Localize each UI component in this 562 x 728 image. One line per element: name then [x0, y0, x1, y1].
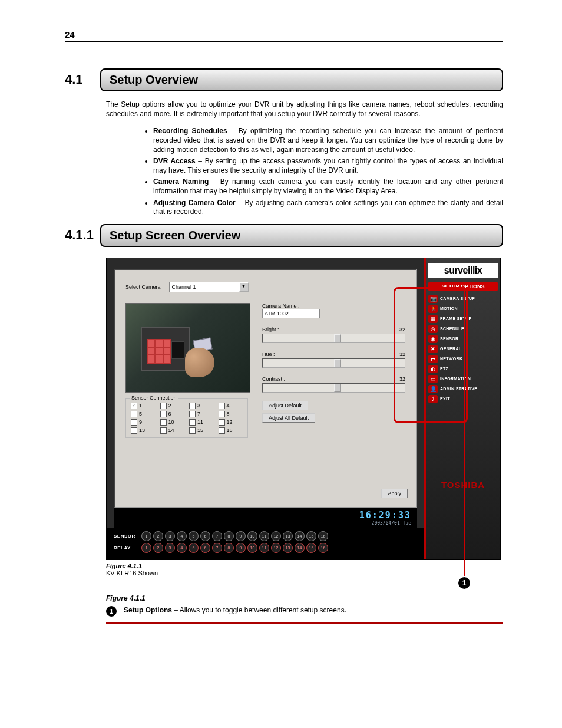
divider [106, 622, 503, 624]
sensor-checkbox-11[interactable]: 11 [189, 419, 214, 426]
adjust-all-default-button[interactable]: Adjust All Default [262, 413, 315, 423]
sensor-checkbox-6[interactable]: 6 [160, 411, 185, 417]
io-indicator-13[interactable]: 13 [283, 531, 293, 541]
io-indicator-3[interactable]: 3 [165, 543, 175, 553]
sensor-checkbox-1[interactable]: ✓1 [131, 403, 156, 409]
io-indicator-6[interactable]: 6 [200, 531, 210, 541]
figure-ref: Figure 4.1.1 [106, 594, 503, 602]
sensor-checkbox-7[interactable]: 7 [189, 411, 214, 417]
sensor-checkbox-5[interactable]: 5 [131, 411, 156, 417]
camera-name-label: Camera Name : [262, 303, 405, 309]
io-indicator-16[interactable]: 16 [318, 531, 328, 541]
io-indicator-7[interactable]: 7 [212, 543, 222, 553]
sensor-checkbox-10[interactable]: 10 [160, 419, 185, 426]
sensor-checkbox-2[interactable]: 2 [160, 403, 185, 409]
sensor-checkbox-15[interactable]: 15 [189, 427, 214, 434]
io-indicator-12[interactable]: 12 [271, 531, 281, 541]
io-indicator-9[interactable]: 9 [236, 543, 246, 553]
io-indicator-5[interactable]: 5 [189, 531, 199, 541]
io-indicator-3[interactable]: 3 [165, 531, 175, 541]
sensor-checkbox-13[interactable]: 13 [131, 427, 156, 434]
io-indicator-16[interactable]: 16 [318, 543, 328, 553]
io-indicator-14[interactable]: 14 [295, 543, 305, 553]
io-indicator-10[interactable]: 10 [247, 543, 257, 553]
section-number: 4.1 [65, 68, 100, 91]
sensor-checkbox-9[interactable]: 9 [131, 419, 156, 426]
io-indicator-8[interactable]: 8 [224, 543, 234, 553]
io-indicator-2[interactable]: 2 [153, 531, 163, 541]
callout-line: 1 [464, 287, 465, 576]
relay-row: RELAY12345678910111213141516 [114, 543, 417, 553]
contrast-slider[interactable] [262, 383, 405, 393]
sensor-group-title: Sensor Connection [130, 395, 178, 401]
sensor-checkbox-3[interactable]: 3 [189, 403, 214, 409]
bright-label: Bright : [262, 327, 279, 332]
surveillix-logo: surveillix [428, 263, 498, 278]
io-indicator-15[interactable]: 15 [306, 543, 316, 553]
io-indicator-7[interactable]: 7 [212, 531, 222, 541]
note-number-icon: 1 [106, 606, 117, 617]
io-indicator-11[interactable]: 11 [259, 543, 269, 553]
sensor-checkbox-14[interactable]: 14 [160, 427, 185, 434]
io-indicator-8[interactable]: 8 [224, 531, 234, 541]
sensor-checkbox-8[interactable]: 8 [219, 411, 243, 417]
intro-text: The Setup options allow you to optimize … [106, 100, 503, 118]
io-indicator-14[interactable]: 14 [295, 531, 305, 541]
io-indicator-4[interactable]: 4 [177, 543, 187, 553]
sensor-checkbox-4[interactable]: 4 [219, 403, 243, 409]
io-indicator-2[interactable]: 2 [153, 543, 163, 553]
io-indicator-6[interactable]: 6 [200, 543, 210, 553]
sensor-connection-group: Sensor Connection ✓123456789101112131415… [125, 398, 248, 438]
figure-note: 1 Setup Options – Allows you to toggle b… [106, 606, 503, 617]
sensor-row: SENSOR12345678910111213141516 [114, 531, 417, 541]
camera-name-input[interactable] [262, 309, 320, 318]
bright-slider[interactable] [262, 334, 405, 343]
hue-label: Hue : [262, 351, 275, 357]
io-indicator-5[interactable]: 5 [189, 543, 199, 553]
io-indicator-13[interactable]: 13 [283, 543, 293, 553]
hue-slider[interactable] [262, 358, 405, 368]
section-4-1-1: 4.1.1 Setup Screen Overview [65, 224, 503, 247]
bullet-list: Recording Schedules – By optimizing the … [130, 127, 503, 216]
chevron-down-icon[interactable]: ▼ [239, 282, 249, 292]
callout-number: 1 [458, 577, 470, 589]
io-indicator-9[interactable]: 9 [236, 531, 246, 541]
page-number: 24 [65, 29, 503, 42]
io-indicator-15[interactable]: 15 [306, 531, 316, 541]
io-indicator-11[interactable]: 11 [259, 531, 269, 541]
io-indicator-12[interactable]: 12 [271, 543, 281, 553]
select-camera-dropdown[interactable]: Channel 1▼ [169, 282, 249, 292]
io-indicator-4[interactable]: 4 [177, 531, 187, 541]
figure-caption: Figure 4.1.1KV-KLR16 Shown [106, 562, 501, 577]
sensor-checkbox-16[interactable]: 16 [219, 427, 243, 434]
section-4-1: 4.1 Setup Overview [65, 68, 503, 91]
section-title: Setup Overview [100, 68, 503, 91]
toshiba-brand: TOSHIBA [428, 480, 498, 490]
sensor-checkbox-12[interactable]: 12 [219, 419, 243, 426]
select-camera-label: Select Camera [125, 284, 161, 290]
camera-preview [125, 303, 250, 393]
figure-wrapper: 1 Select Camera Channel 1▼ Sensor Connec… [106, 258, 501, 577]
contrast-label: Contrast : [262, 376, 285, 382]
section-number: 4.1.1 [65, 224, 100, 247]
io-indicator-1[interactable]: 1 [141, 531, 151, 541]
adjust-default-button[interactable]: Adjust Default [262, 401, 308, 410]
callout-box [394, 287, 468, 423]
section-title: Setup Screen Overview [100, 224, 503, 247]
clock: 16:29:332003/04/01 Tue [114, 508, 417, 528]
io-indicator-1[interactable]: 1 [141, 543, 151, 553]
apply-button[interactable]: Apply [381, 489, 408, 498]
io-indicator-10[interactable]: 10 [247, 531, 257, 541]
